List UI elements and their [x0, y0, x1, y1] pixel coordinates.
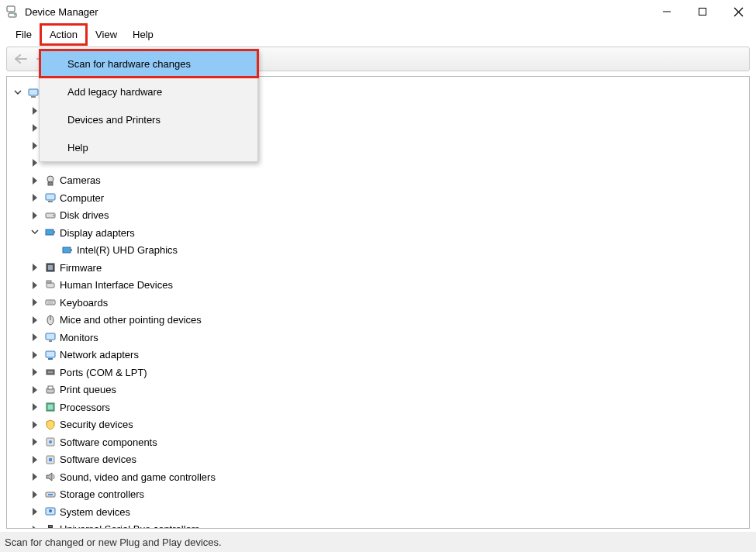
svg-rect-28 [46, 333, 55, 340]
expand-icon[interactable] [30, 262, 41, 273]
tree-node[interactable]: Network adapters [13, 347, 743, 364]
maximize-button[interactable] [685, 0, 720, 23]
expand-icon[interactable] [30, 192, 41, 203]
tree-node-display-adapters[interactable]: Display adapters [13, 224, 743, 242]
expand-icon[interactable] [30, 524, 41, 529]
expand-icon[interactable] [30, 332, 41, 343]
tree-node[interactable]: Security devices [13, 416, 743, 434]
menu-devices-printers[interactable]: Devices and Printers [40, 105, 257, 133]
device-icon [44, 314, 57, 326]
tree-node-cameras[interactable]: Cameras [13, 172, 743, 190]
svg-rect-11 [46, 194, 55, 200]
device-icon [44, 505, 57, 518]
menu-add-legacy[interactable]: Add legacy hardware [40, 78, 257, 105]
tree-label: Monitors [60, 332, 98, 343]
expand-icon[interactable] [30, 436, 41, 447]
tree-label: Computer [60, 192, 104, 204]
tree-label: Print queues [60, 384, 116, 395]
svg-rect-18 [71, 249, 72, 251]
device-icon [44, 384, 57, 396]
close-button[interactable] [720, 0, 756, 23]
action-dropdown: Scan for hardware changes Add legacy har… [39, 49, 258, 162]
menu-view[interactable]: View [88, 26, 125, 43]
app-icon [6, 5, 19, 18]
expand-icon[interactable] [30, 506, 41, 517]
tree-label: Keyboards [60, 297, 108, 309]
tree-node[interactable]: Ports (COM & LPT) [13, 364, 743, 381]
back-button[interactable] [12, 50, 30, 68]
tree-node[interactable]: Sound, video and game controllers [13, 468, 743, 486]
tree-node[interactable]: Universal Serial Bus controllers [13, 521, 743, 530]
minimize-button[interactable] [649, 0, 685, 23]
tree-node[interactable]: Print queues [13, 381, 743, 399]
tree-label: Disk drives [60, 209, 109, 221]
expand-icon[interactable] [30, 367, 41, 378]
tree-label: System devices [60, 506, 130, 518]
tree-label: Ports (COM & LPT) [60, 367, 147, 378]
tree-label: Mice and other pointing devices [60, 314, 202, 326]
tree-node[interactable]: Processors [13, 398, 743, 416]
expand-icon[interactable] [30, 489, 41, 500]
tree-node[interactable]: Storage controllers [13, 486, 743, 504]
expand-icon[interactable] [30, 454, 41, 465]
svg-rect-15 [46, 229, 54, 235]
tree-node[interactable]: Mice and other pointing devices [13, 312, 743, 329]
computer-root-icon [27, 87, 40, 99]
svg-rect-22 [47, 281, 51, 283]
svg-rect-12 [48, 201, 53, 202]
expand-icon[interactable] [30, 175, 41, 186]
tree-node[interactable]: Keyboards [13, 294, 743, 312]
svg-point-9 [47, 176, 54, 182]
svg-point-45 [49, 509, 52, 512]
expand-icon[interactable] [30, 315, 41, 326]
svg-point-32 [48, 371, 50, 373]
menu-action-help[interactable]: Help [40, 133, 257, 161]
expand-icon[interactable] [30, 350, 41, 361]
tree-label: Firmware [60, 262, 102, 274]
computer-icon [44, 191, 57, 204]
expand-icon[interactable] [30, 402, 41, 412]
device-icon [44, 401, 57, 413]
display-adapter-icon [44, 226, 57, 239]
tree-node[interactable]: Monitors [13, 329, 743, 347]
tree-label: Software devices [60, 454, 136, 465]
expand-icon[interactable] [30, 280, 41, 291]
svg-rect-30 [46, 351, 55, 357]
device-icon [44, 471, 57, 483]
expand-icon[interactable] [30, 210, 41, 221]
tree-node[interactable]: System devices [13, 503, 743, 521]
svg-rect-36 [48, 386, 53, 389]
svg-point-33 [50, 371, 51, 373]
tree-node-intel-uhd[interactable]: Intel(R) UHD Graphics [13, 242, 743, 260]
collapse-icon[interactable] [30, 227, 41, 238]
device-icon [44, 419, 57, 431]
device-icon [44, 454, 57, 466]
expand-icon[interactable] [30, 471, 41, 482]
expand-icon[interactable] [13, 88, 24, 98]
tree-label: Software components [60, 436, 157, 448]
tree-label: Human Interface Devices [60, 279, 173, 291]
tree-node[interactable]: Firmware [13, 259, 743, 277]
tree-node-disk-drives[interactable]: Disk drives [13, 207, 743, 225]
menu-scan-hardware[interactable]: Scan for hardware changes [40, 50, 257, 78]
svg-rect-42 [49, 458, 52, 461]
tree-node[interactable]: Software devices [13, 451, 743, 469]
svg-rect-29 [49, 340, 52, 342]
tree-node-computer[interactable]: Computer [13, 189, 743, 207]
tree-label: Display adapters [60, 227, 135, 239]
svg-point-2 [14, 14, 16, 16]
tree-node[interactable]: Software components [13, 433, 743, 451]
svg-rect-46 [48, 525, 53, 529]
tree-label: Processors [60, 402, 110, 413]
expand-icon[interactable] [30, 297, 41, 308]
expand-icon[interactable] [30, 419, 41, 430]
menu-help[interactable]: Help [125, 26, 161, 43]
tree-node[interactable]: Human Interface Devices [13, 277, 743, 295]
display-adapter-icon [61, 244, 74, 257]
expand-icon[interactable] [30, 385, 41, 395]
svg-rect-16 [54, 231, 55, 233]
menu-file[interactable]: File [8, 26, 40, 43]
svg-rect-0 [7, 6, 15, 12]
tree-label: Sound, video and game controllers [60, 471, 216, 483]
menu-action[interactable]: Action [40, 23, 88, 46]
